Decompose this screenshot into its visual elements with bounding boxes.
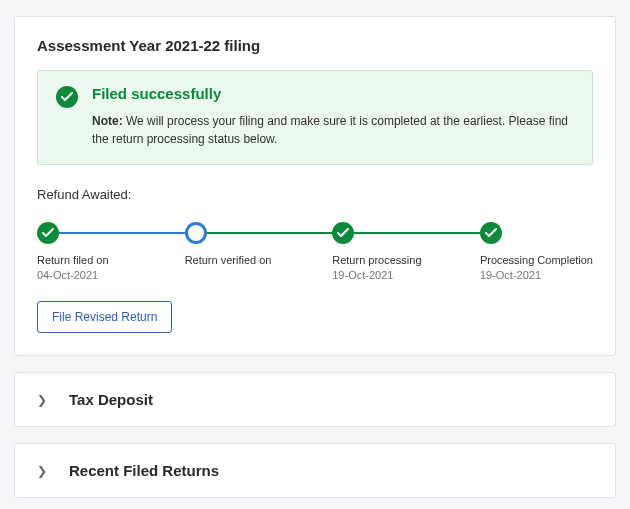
note-text: We will process your filing and make sur…: [92, 114, 568, 146]
step-dot-icon: [332, 222, 354, 244]
refund-awaited-label: Refund Awaited:: [37, 187, 593, 202]
chevron-right-icon: ❯: [37, 464, 47, 478]
success-banner: Filed successfully Note: We will process…: [37, 70, 593, 165]
step-connector: [354, 232, 480, 234]
assessment-card: Assessment Year 2021-22 filing Filed suc…: [14, 16, 616, 356]
file-revised-return-button[interactable]: File Revised Return: [37, 301, 172, 333]
accordion-title: Recent Filed Returns: [69, 462, 219, 479]
step-processing-completion: Processing Completion 19-Oct-2021: [480, 222, 593, 281]
accordion-tax-deposit[interactable]: ❯ Tax Deposit: [14, 372, 616, 427]
step-dot-icon: [37, 222, 59, 244]
step-date: 19-Oct-2021: [332, 269, 480, 281]
success-check-icon: [56, 86, 78, 108]
step-label: Processing Completion: [480, 254, 593, 266]
step-label: Return verified on: [185, 254, 333, 266]
step-return-verified: Return verified on: [185, 222, 333, 269]
banner-note: Note: We will process your filing and ma…: [92, 112, 574, 148]
step-label: Return processing: [332, 254, 480, 266]
step-connector: [59, 232, 185, 234]
note-label: Note:: [92, 114, 123, 128]
banner-title: Filed successfully: [92, 85, 574, 102]
step-date: 19-Oct-2021: [480, 269, 593, 281]
step-return-filed: Return filed on 04-Oct-2021: [37, 222, 185, 281]
step-connector: [207, 232, 333, 234]
step-dot-icon: [480, 222, 502, 244]
accordion-title: Tax Deposit: [69, 391, 153, 408]
accordion-recent-filed-returns[interactable]: ❯ Recent Filed Returns: [14, 443, 616, 498]
step-label: Return filed on: [37, 254, 185, 266]
banner-body: Filed successfully Note: We will process…: [92, 85, 574, 148]
page-title: Assessment Year 2021-22 filing: [37, 37, 593, 54]
chevron-right-icon: ❯: [37, 393, 47, 407]
step-dot-icon: [185, 222, 207, 244]
progress-stepper: Return filed on 04-Oct-2021 Return verif…: [37, 222, 593, 281]
step-return-processing: Return processing 19-Oct-2021: [332, 222, 480, 281]
step-date: 04-Oct-2021: [37, 269, 185, 281]
